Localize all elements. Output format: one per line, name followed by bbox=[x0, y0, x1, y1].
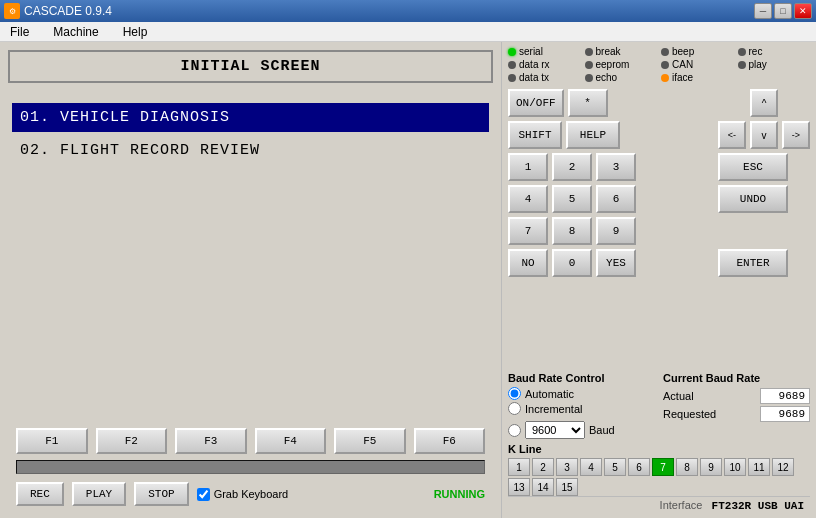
maximize-button[interactable]: □ bbox=[774, 3, 792, 19]
menu-item-1[interactable]: 01. VEHICLE DIAGNOSIS bbox=[12, 103, 489, 132]
esc-undo-enter: ESC UNDO ENTER bbox=[718, 153, 810, 277]
progress-area bbox=[16, 460, 485, 474]
f1-button[interactable]: F1 bbox=[16, 428, 88, 454]
status-datarx-label: data rx bbox=[519, 59, 550, 70]
kline-15[interactable]: 15 bbox=[556, 478, 578, 496]
led-datarx bbox=[508, 61, 516, 69]
kline-13[interactable]: 13 bbox=[508, 478, 530, 496]
baud-select[interactable]: 9600 4800 19200 38400 bbox=[525, 421, 585, 439]
star-button[interactable]: * bbox=[568, 89, 608, 117]
up-button[interactable]: ^ bbox=[750, 89, 778, 117]
esc-button[interactable]: ESC bbox=[718, 153, 788, 181]
actual-label: Actual bbox=[663, 390, 694, 402]
f2-button[interactable]: F2 bbox=[96, 428, 168, 454]
play-button[interactable]: PLAY bbox=[72, 482, 126, 506]
interface-value: FT232R USB UAI bbox=[712, 500, 804, 512]
yes-button[interactable]: YES bbox=[596, 249, 636, 277]
led-beep bbox=[661, 48, 669, 56]
kline-buttons: 1 2 3 4 5 6 7 8 9 10 11 12 13 14 15 bbox=[508, 458, 810, 496]
kline-11[interactable]: 11 bbox=[748, 458, 770, 476]
down-button[interactable]: v bbox=[750, 121, 778, 149]
status-echo-label: echo bbox=[596, 72, 618, 83]
kline-2[interactable]: 2 bbox=[532, 458, 554, 476]
num5-button[interactable]: 5 bbox=[552, 185, 592, 213]
shift-button[interactable]: SHIFT bbox=[508, 121, 562, 149]
fn-buttons-row: F1 F2 F3 F4 F5 F6 bbox=[8, 422, 493, 460]
num6-button[interactable]: 6 bbox=[596, 185, 636, 213]
grab-keyboard-label: Grab Keyboard bbox=[214, 488, 289, 500]
num2-button[interactable]: 2 bbox=[552, 153, 592, 181]
kline-1[interactable]: 1 bbox=[508, 458, 530, 476]
close-button[interactable]: ✕ bbox=[794, 3, 812, 19]
rec-button[interactable]: REC bbox=[16, 482, 64, 506]
led-iface bbox=[661, 74, 669, 82]
title-bar-left: ⚙ CASCADE 0.9.4 bbox=[4, 3, 112, 19]
radio-incremental-label: Incremental bbox=[525, 403, 582, 415]
status-serial: serial bbox=[508, 46, 581, 57]
kline-3[interactable]: 3 bbox=[556, 458, 578, 476]
menu-help[interactable]: Help bbox=[117, 23, 154, 41]
led-datatx bbox=[508, 74, 516, 82]
minimize-button[interactable]: ─ bbox=[754, 3, 772, 19]
num3-button[interactable]: 3 bbox=[596, 153, 636, 181]
kp-row-2: 4 5 6 bbox=[508, 185, 636, 213]
status-rec: rec bbox=[738, 46, 811, 57]
f4-button[interactable]: F4 bbox=[255, 428, 327, 454]
kline-14[interactable]: 14 bbox=[532, 478, 554, 496]
status-indicators: serial break beep rec data rx eeprom bbox=[508, 46, 810, 83]
undo-button[interactable]: UNDO bbox=[718, 185, 788, 213]
num1-button[interactable]: 1 bbox=[508, 153, 548, 181]
stop-button[interactable]: STOP bbox=[134, 482, 188, 506]
right-panel: serial break beep rec data rx eeprom bbox=[501, 42, 816, 518]
f5-button[interactable]: F5 bbox=[334, 428, 406, 454]
menu-machine[interactable]: Machine bbox=[47, 23, 104, 41]
status-echo: echo bbox=[585, 72, 658, 83]
led-echo bbox=[585, 74, 593, 82]
kline-12[interactable]: 12 bbox=[772, 458, 794, 476]
screen-title: INITIAL SCREEN bbox=[8, 50, 493, 83]
num4-button[interactable]: 4 bbox=[508, 185, 548, 213]
num0-button[interactable]: 0 bbox=[552, 249, 592, 277]
f3-button[interactable]: F3 bbox=[175, 428, 247, 454]
baud-section: Baud Rate Control Automatic Incremental … bbox=[508, 372, 810, 439]
status-datatx: data tx bbox=[508, 72, 581, 83]
radio-automatic[interactable]: Automatic bbox=[508, 387, 655, 400]
menu-bar: File Machine Help bbox=[0, 22, 816, 42]
num7-button[interactable]: 7 bbox=[508, 217, 548, 245]
left-panel: INITIAL SCREEN 01. VEHICLE DIAGNOSIS 02.… bbox=[0, 42, 501, 518]
menu-list: 01. VEHICLE DIAGNOSIS 02. FLIGHT RECORD … bbox=[8, 99, 493, 422]
onoff-button[interactable]: ON/OFF bbox=[508, 89, 564, 117]
num9-button[interactable]: 9 bbox=[596, 217, 636, 245]
kline-7[interactable]: 7 bbox=[652, 458, 674, 476]
interface-bar: Interface FT232R USB UAI bbox=[508, 496, 810, 514]
status-iface-label: iface bbox=[672, 72, 693, 83]
radio-automatic-input[interactable] bbox=[508, 387, 521, 400]
grab-keyboard-checkbox[interactable] bbox=[197, 488, 210, 501]
right-button[interactable]: -> bbox=[782, 121, 810, 149]
kline-6[interactable]: 6 bbox=[628, 458, 650, 476]
menu-item-2[interactable]: 02. FLIGHT RECORD REVIEW bbox=[12, 136, 489, 165]
led-rec bbox=[738, 48, 746, 56]
kline-9[interactable]: 9 bbox=[700, 458, 722, 476]
progress-bar bbox=[16, 460, 485, 474]
kline-5[interactable]: 5 bbox=[604, 458, 626, 476]
keypad-left: ON/OFF * SHIFT HELP 1 2 3 4 5 6 bbox=[508, 89, 636, 368]
radio-incremental-input[interactable] bbox=[508, 402, 521, 415]
grab-keyboard-check[interactable]: Grab Keyboard bbox=[197, 488, 289, 501]
left-button[interactable]: <- bbox=[718, 121, 746, 149]
status-beep-label: beep bbox=[672, 46, 694, 57]
enter-button[interactable]: ENTER bbox=[718, 249, 788, 277]
no-button[interactable]: NO bbox=[508, 249, 548, 277]
f6-button[interactable]: F6 bbox=[414, 428, 486, 454]
help-button[interactable]: HELP bbox=[566, 121, 620, 149]
kline-10[interactable]: 10 bbox=[724, 458, 746, 476]
menu-file[interactable]: File bbox=[4, 23, 35, 41]
kline-8[interactable]: 8 bbox=[676, 458, 698, 476]
num8-button[interactable]: 8 bbox=[552, 217, 592, 245]
current-baud-title: Current Baud Rate bbox=[663, 372, 810, 384]
radio-manual-input[interactable] bbox=[508, 424, 521, 437]
status-can: CAN bbox=[661, 59, 734, 70]
keypad: ON/OFF * SHIFT HELP 1 2 3 4 5 6 bbox=[508, 89, 810, 368]
radio-incremental[interactable]: Incremental bbox=[508, 402, 655, 415]
kline-4[interactable]: 4 bbox=[580, 458, 602, 476]
